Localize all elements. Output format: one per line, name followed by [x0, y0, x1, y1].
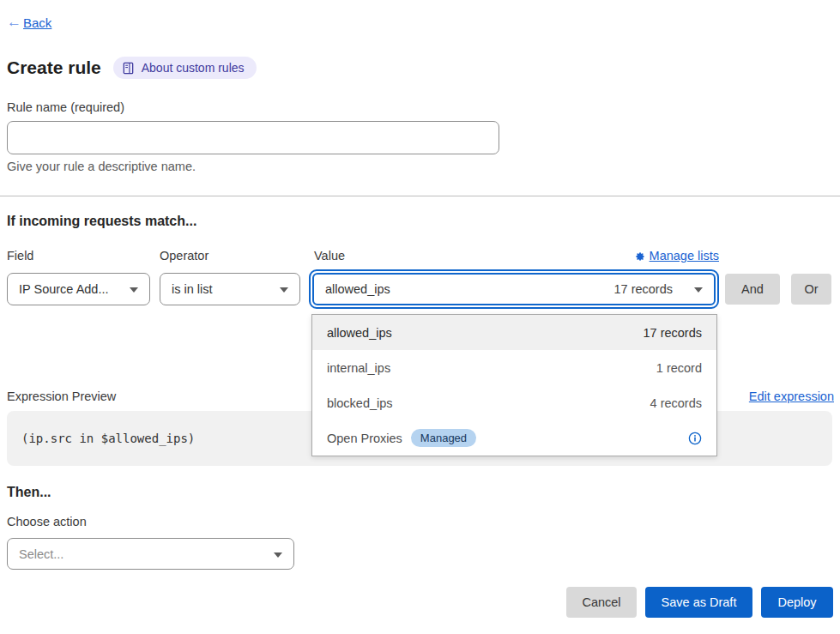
- rule-name-label: Rule name (required): [7, 100, 124, 114]
- list-item-name: internal_ips: [327, 361, 390, 375]
- operator-select[interactable]: is in list: [160, 273, 300, 305]
- list-item-blocked-ips[interactable]: blocked_ips 4 records: [312, 385, 716, 420]
- manage-lists-link[interactable]: Manage lists: [634, 249, 719, 263]
- about-custom-rules-link[interactable]: About custom rules: [113, 57, 257, 79]
- gear-icon: [634, 251, 645, 262]
- back-arrow-icon: ←: [7, 14, 21, 31]
- chevron-down-icon: [280, 287, 288, 293]
- edit-expression-link[interactable]: Edit expression: [749, 389, 834, 403]
- or-button[interactable]: Or: [791, 274, 831, 305]
- value-select-focus-ring: allowed_ips 17 records: [309, 269, 719, 309]
- action-select-placeholder: Select...: [19, 547, 63, 561]
- managed-badge: Managed: [411, 429, 476, 447]
- chevron-down-icon: [694, 287, 703, 293]
- list-item-open-proxies[interactable]: Open Proxies Managed: [312, 420, 716, 456]
- list-item-internal-ips[interactable]: internal_ips 1 record: [312, 350, 716, 385]
- value-label: Value: [314, 249, 345, 263]
- operator-select-value: is in list: [172, 282, 213, 296]
- about-custom-rules-label: About custom rules: [142, 61, 245, 75]
- list-item-record-count: 4 records: [650, 396, 702, 410]
- cancel-button[interactable]: Cancel: [566, 587, 637, 618]
- field-label: Field: [7, 249, 33, 263]
- value-select-value: allowed_ips: [325, 282, 390, 296]
- match-section-heading: If incoming requests match...: [7, 214, 196, 229]
- list-item-record-count: 17 records: [643, 326, 702, 340]
- section-divider: [0, 196, 840, 196]
- expression-preview-label: Expression Preview: [7, 389, 116, 403]
- manage-lists-label: Manage lists: [650, 249, 719, 263]
- field-select-value: IP Source Add...: [19, 282, 109, 296]
- book-icon: [122, 62, 135, 75]
- list-item-name: Open Proxies: [327, 432, 402, 445]
- list-item-name: allowed_ips: [327, 326, 392, 340]
- info-icon[interactable]: [688, 432, 702, 445]
- rule-name-help-text: Give your rule a descriptive name.: [7, 160, 196, 173]
- back-link[interactable]: ← Back: [7, 14, 51, 31]
- value-select[interactable]: allowed_ips 17 records: [312, 273, 716, 305]
- chevron-down-icon: [130, 287, 138, 293]
- create-rule-page: ← Back Create rule About custom rules Ru…: [0, 0, 840, 634]
- choose-action-label: Choose action: [7, 515, 87, 528]
- rule-name-input[interactable]: [7, 121, 499, 154]
- then-section-heading: Then...: [7, 485, 51, 500]
- page-title: Create rule: [7, 57, 101, 78]
- value-dropdown-list: allowed_ips 17 records internal_ips 1 re…: [311, 314, 717, 456]
- value-select-record-count: 17 records: [613, 282, 683, 296]
- title-row: Create rule About custom rules: [7, 57, 257, 79]
- chevron-down-icon: [274, 552, 282, 558]
- save-as-draft-button[interactable]: Save as Draft: [645, 587, 752, 618]
- action-select[interactable]: Select...: [7, 538, 294, 570]
- deploy-button[interactable]: Deploy: [761, 587, 833, 618]
- back-label: Back: [23, 15, 51, 30]
- expression-code: (ip.src in $allowed_ips): [21, 432, 195, 445]
- and-button[interactable]: And: [725, 274, 780, 305]
- list-item-name: blocked_ips: [327, 396, 393, 410]
- list-item-allowed-ips[interactable]: allowed_ips 17 records: [312, 315, 716, 350]
- list-item-record-count: 1 record: [656, 361, 702, 375]
- field-select[interactable]: IP Source Add...: [7, 273, 150, 305]
- operator-label: Operator: [160, 249, 208, 263]
